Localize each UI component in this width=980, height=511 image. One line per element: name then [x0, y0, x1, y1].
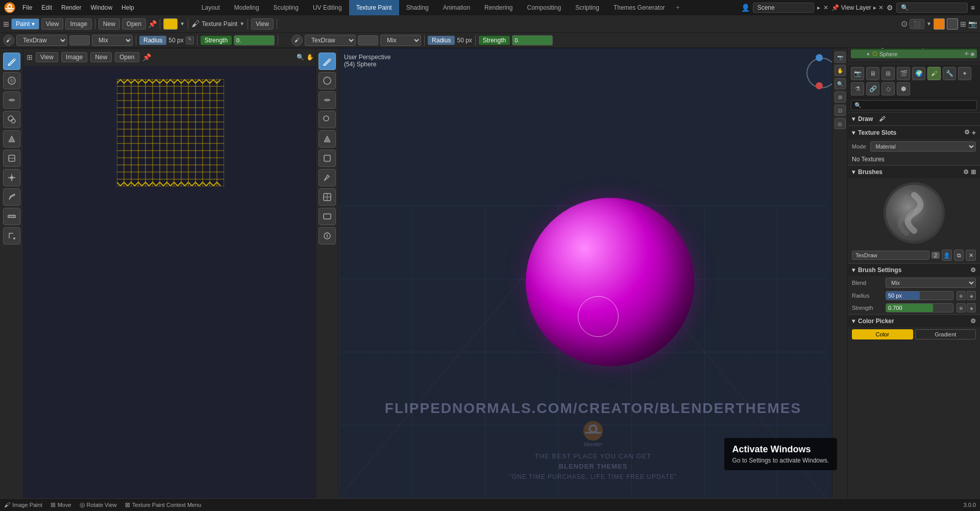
camera-icon[interactable]: 📷 [968, 20, 977, 28]
mode-icon[interactable]: 🖌 [191, 19, 200, 29]
panel-image-btn[interactable]: Image [61, 52, 87, 62]
color-swatch-dark[interactable] [947, 18, 958, 30]
strength-btn-left[interactable]: Strength [201, 36, 232, 45]
prop-icon-data[interactable]: ◇ [881, 82, 895, 95]
panel-new-btn[interactable]: New [90, 52, 112, 62]
view-btn[interactable]: View [41, 18, 64, 30]
blend-select-left[interactable]: Mix [92, 35, 133, 46]
bs-strength-bar[interactable]: 0.700 [886, 303, 953, 312]
bs-radius-pressure-icon[interactable]: ⊕ [957, 291, 966, 300]
prop-icon-modifier[interactable]: 🔧 [943, 67, 956, 80]
cp-settings-icon[interactable]: ⚙ [970, 318, 976, 325]
img-tool-grid[interactable] [318, 188, 336, 206]
scene-selector[interactable] [753, 3, 814, 13]
texdraw-select-left[interactable]: TexDraw [16, 35, 67, 46]
pin-icon[interactable]: 📌 [831, 4, 839, 11]
mode-dropdown[interactable]: Material [870, 141, 976, 152]
color-picker-header[interactable]: ▾ Color Picker ⚙ [848, 314, 980, 327]
open-btn[interactable]: Open [122, 18, 146, 30]
prop-icon-object[interactable]: 🖌 [927, 67, 941, 80]
vp-icon-3[interactable]: 🔍 [835, 78, 846, 89]
tab-compositing[interactable]: Compositing [520, 0, 568, 15]
texdraw-select-right[interactable]: TexDraw [305, 35, 356, 46]
prop-icon-scene[interactable]: 🎬 [897, 67, 910, 80]
tree-sphere[interactable]: ▸ ⬡ Sphere 👁 ◉ [851, 50, 977, 58]
menu-help[interactable]: Help [117, 2, 138, 13]
color-tab-gradient[interactable]: Gradient [915, 329, 976, 339]
brush-delete-icon[interactable]: ✕ [966, 250, 976, 261]
prop-icon-view[interactable]: ⊞ [881, 67, 895, 80]
tool-soften[interactable] [3, 72, 20, 89]
prop-icon-output[interactable]: 🖥 [866, 67, 879, 80]
radius-btn-left[interactable]: Radius [139, 36, 166, 45]
img-tool-soften[interactable] [318, 72, 336, 89]
vp-icon-4[interactable]: ⊞ [835, 91, 846, 103]
img-tool-view[interactable] [318, 208, 336, 225]
panel-pin-icon[interactable]: 📌 [142, 53, 151, 61]
img-tool-annotate[interactable] [318, 169, 336, 186]
tool-transform[interactable] [3, 169, 20, 186]
tab-animation[interactable]: Animation [436, 0, 477, 15]
menu-render[interactable]: Render [57, 2, 85, 13]
bs-radius-bar[interactable]: 50 px [886, 291, 953, 300]
brush-settings-header[interactable]: ▾ Brush Settings ⚙ [848, 263, 980, 276]
tool-clone[interactable] [3, 111, 20, 128]
scene-expand-icon[interactable]: ▸ [817, 4, 820, 11]
paint-dropdown[interactable]: Paint ▾ [11, 18, 39, 30]
mode-dropdown-arrow[interactable]: ▼ [239, 21, 244, 27]
panel-view-btn[interactable]: View [36, 52, 58, 62]
tab-scripting[interactable]: Scripting [568, 0, 606, 15]
prop-icon-render[interactable]: 📷 [851, 67, 864, 80]
brush-name-input[interactable] [852, 251, 929, 260]
dropdown-shading[interactable]: ▼ [926, 21, 932, 27]
viewport-3d[interactable]: User Perspective (54) Sphere FLIPPEDNORM… [339, 48, 847, 498]
bs-radius-jitter-icon[interactable]: ◈ [967, 291, 976, 300]
tab-shading[interactable]: Shading [399, 0, 436, 15]
view-btn-2[interactable]: View [251, 18, 274, 30]
panel-open-btn[interactable]: Open [115, 52, 139, 62]
settings-icon[interactable]: ⚙ [887, 4, 893, 12]
scene-close-icon[interactable]: ✕ [823, 4, 828, 11]
prop-icon-material[interactable]: ⬢ [897, 82, 910, 95]
pin-icon-2[interactable]: 📌 [148, 20, 157, 28]
color-swatch-yellow[interactable] [163, 18, 178, 30]
search-icon[interactable]: 🔍 [896, 3, 968, 13]
tool-fill[interactable] [3, 130, 20, 148]
prop-icon-world[interactable]: 🌍 [912, 67, 925, 80]
draw-section-header[interactable]: ▾ Draw 🖌 [848, 112, 980, 125]
radius-btn-right[interactable]: Radius [428, 36, 455, 45]
brush-user-icon[interactable]: 👤 [942, 250, 952, 261]
img-tool-extra[interactable] [318, 227, 336, 245]
panel-hand-icon[interactable]: ✋ [306, 54, 314, 61]
new-btn[interactable]: New [99, 18, 120, 30]
grid-icon[interactable]: ⊞ [960, 20, 966, 28]
tool-smear[interactable] [3, 91, 20, 109]
bs-strength-pressure-icon[interactable]: ⊕ [957, 303, 966, 312]
panel-search-icon[interactable]: 🔍 [297, 54, 304, 61]
ts-settings-icon[interactable]: ⚙ [964, 129, 970, 137]
menu-file[interactable]: File [18, 2, 36, 13]
tab-uv-editing[interactable]: UV Editing [306, 0, 349, 15]
texture-slots-header[interactable]: ▾ Texture Slots ⚙ + [848, 126, 980, 139]
menu-edit[interactable]: Edit [37, 2, 56, 13]
tree-sphere-sel[interactable]: ◉ [970, 51, 975, 57]
tool-measure[interactable] [3, 208, 20, 225]
color-tab-color[interactable]: Color [852, 329, 913, 339]
prop-icon-particles[interactable]: ✦ [958, 67, 971, 80]
bs-settings-icon[interactable]: ⚙ [970, 266, 976, 274]
brushes-expand-btn[interactable]: ⊞ [971, 168, 976, 176]
overlay-icon[interactable]: ⊙ [901, 19, 908, 29]
props-search-input[interactable] [851, 100, 977, 110]
tab-modeling[interactable]: Modeling [227, 0, 266, 15]
viewport-shading[interactable]: ⬛ [910, 19, 924, 29]
color-swatch-dropdown[interactable]: ▼ [180, 21, 185, 27]
tab-rendering[interactable]: Rendering [477, 0, 520, 15]
img-tool-box-mask[interactable] [318, 150, 336, 167]
menu-window[interactable]: Window [86, 2, 116, 13]
view-layer-close[interactable]: ✕ [878, 4, 884, 11]
tool-draw[interactable] [3, 53, 20, 70]
filter-icon[interactable]: ≡ [971, 4, 975, 12]
img-tool-clone[interactable] [318, 111, 336, 128]
image-btn[interactable]: Image [65, 18, 91, 30]
tab-add[interactable]: + [672, 0, 684, 15]
